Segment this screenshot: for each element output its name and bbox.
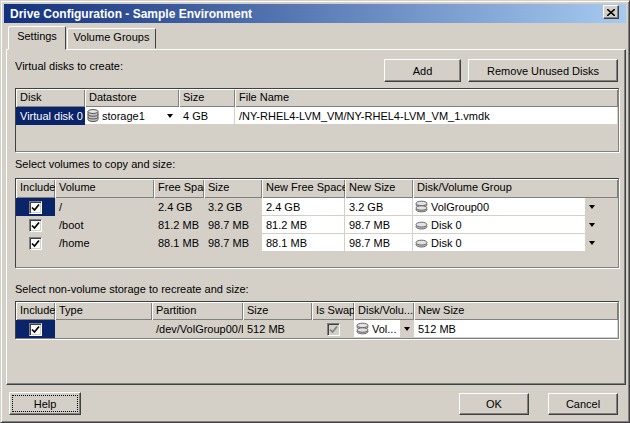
checkbox-checked-icon: [29, 219, 42, 232]
ok-button[interactable]: OK: [459, 393, 529, 415]
col-header-disk-volume-group: Disk/Volume Group: [413, 179, 618, 198]
volume-group-icon: [415, 200, 428, 213]
is-swap-checkbox: [312, 320, 354, 338]
size-cell: 512 MB: [243, 320, 312, 338]
disk-volume-value: Vol...: [372, 323, 396, 335]
volume-name-cell[interactable]: /: [55, 198, 154, 216]
volumes-table-empty-area: [16, 252, 618, 267]
size-cell: 98.7 MB: [204, 216, 262, 234]
include-checkbox-boot[interactable]: [16, 216, 55, 234]
disk-volume-group-value: VolGroup00: [431, 201, 489, 213]
partition-cell: /dev/VolGroup00/Lo...: [152, 320, 243, 338]
col-header-include: Include: [16, 302, 55, 320]
col-header-size: Size: [179, 89, 235, 107]
checkbox-checked-disabled-icon: [327, 323, 340, 336]
col-header-new-size: New Size: [414, 302, 618, 320]
disk-icon: [415, 238, 428, 248]
free-space-cell: 2.4 GB: [154, 198, 204, 216]
disk-volume-combobox[interactable]: Vol...: [354, 320, 414, 338]
col-header-disk-volume: Disk/Volu...: [354, 302, 414, 320]
virtual-disk-size-cell: 4 GB: [179, 107, 235, 125]
col-header-datastore: Datastore: [85, 89, 179, 107]
virtual-disks-label: Virtual disks to create:: [15, 60, 123, 72]
close-icon: [607, 9, 615, 16]
chevron-down-icon[interactable]: [400, 320, 414, 338]
non-volume-label: Select non-volume storage to recreate an…: [15, 283, 249, 295]
include-checkbox-swap[interactable]: [16, 320, 55, 338]
tab-volume-groups-label: Volume Groups: [74, 31, 150, 43]
free-space-cell: 88.1 MB: [154, 234, 204, 252]
size-cell: 3.2 GB: [204, 198, 262, 216]
volume-name-cell[interactable]: /boot: [55, 216, 154, 234]
help-button[interactable]: Help: [9, 392, 81, 415]
cancel-button[interactable]: Cancel: [548, 393, 618, 415]
checkbox-checked-icon: [29, 237, 42, 250]
new-free-space-field[interactable]: 88.1 MB: [262, 234, 345, 252]
chevron-down-icon: [167, 114, 173, 118]
virtual-disk-filename-cell[interactable]: /NY-RHEL4-LVM_VM/NY-RHEL4-LVM_VM_1.vmdk: [235, 107, 618, 125]
volume-group-icon: [356, 322, 369, 335]
type-cell: [55, 320, 152, 338]
remove-unused-disks-button[interactable]: Remove Unused Disks: [468, 59, 618, 82]
col-header-is-swap: Is Swap: [312, 302, 354, 320]
disk-volume-group-value: Disk 0: [431, 237, 462, 249]
drive-configuration-dialog: Drive Configuration - Sample Environment…: [0, 0, 630, 423]
free-space-cell: 81.2 MB: [154, 216, 204, 234]
col-header-new-size: New Size: [345, 179, 413, 198]
include-checkbox-home[interactable]: [16, 234, 55, 252]
new-size-field[interactable]: 98.7 MB: [345, 234, 413, 252]
col-header-free-space: Free Space: [154, 179, 204, 198]
volume-name-cell[interactable]: /home: [55, 234, 154, 252]
chevron-down-icon[interactable]: [585, 198, 599, 216]
size-cell: 98.7 MB: [204, 234, 262, 252]
col-header-size: Size: [243, 302, 312, 320]
include-checkbox-root[interactable]: [16, 198, 55, 216]
datastore-combobox[interactable]: storage1: [85, 107, 179, 125]
disk-volume-group-combobox[interactable]: VolGroup00: [413, 198, 618, 216]
virtual-disk-name-cell[interactable]: Virtual disk 0: [16, 107, 85, 125]
chevron-down-icon[interactable]: [585, 216, 599, 234]
col-header-disk: Disk: [16, 89, 85, 107]
title-bar[interactable]: Drive Configuration - Sample Environment: [4, 4, 626, 23]
col-header-size: Size: [204, 179, 262, 198]
new-size-field[interactable]: 98.7 MB: [345, 216, 413, 234]
tab-settings[interactable]: Settings: [8, 26, 66, 50]
disk-icon: [415, 220, 428, 230]
col-header-partition: Partition: [152, 302, 243, 320]
tab-settings-label: Settings: [17, 30, 57, 42]
new-free-space-field[interactable]: 81.2 MB: [262, 216, 345, 234]
col-header-volume: Volume: [55, 179, 154, 198]
tab-volume-groups[interactable]: Volume Groups: [67, 28, 156, 49]
checkbox-checked-icon: [29, 323, 42, 336]
add-button[interactable]: Add: [384, 59, 461, 82]
volumes-table: Include Volume Free Space Size New Free …: [15, 178, 619, 268]
disk-volume-group-value: Disk 0: [431, 219, 462, 231]
disk-volume-group-combobox[interactable]: Disk 0: [413, 216, 618, 234]
virtual-disks-table-empty-area: [16, 125, 618, 151]
datastore-value: storage1: [102, 110, 145, 122]
volumes-label: Select volumes to copy and size:: [15, 158, 175, 170]
new-size-field[interactable]: 512 MB: [414, 320, 618, 338]
new-size-field[interactable]: 3.2 GB: [345, 198, 413, 216]
window-title: Drive Configuration - Sample Environment: [10, 7, 252, 21]
virtual-disks-table: Disk Datastore Size File Name Virtual di…: [15, 88, 619, 152]
col-header-include: Include: [16, 179, 55, 198]
new-free-space-field[interactable]: 2.4 GB: [262, 198, 345, 216]
checkbox-checked-icon: [29, 201, 42, 214]
disk-volume-group-combobox[interactable]: Disk 0: [413, 234, 618, 252]
datastore-icon: [87, 109, 99, 122]
non-volume-table: Include Type Partition Size Is Swap Disk…: [15, 301, 619, 339]
col-header-new-free-space: New Free Space: [262, 179, 345, 198]
close-button[interactable]: [603, 5, 619, 19]
col-header-file-name: File Name: [235, 89, 618, 107]
chevron-down-icon[interactable]: [585, 234, 599, 252]
col-header-type: Type: [55, 302, 152, 320]
